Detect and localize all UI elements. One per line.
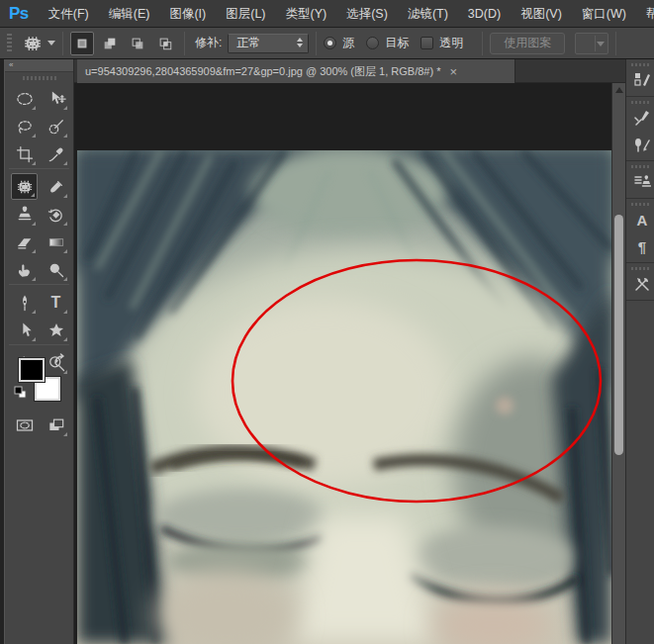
scroll-up-icon[interactable] — [615, 87, 623, 93]
move-tool[interactable] — [43, 85, 69, 112]
elliptical-marquee-tool[interactable] — [11, 85, 38, 112]
smudge-tool[interactable] — [11, 256, 38, 283]
tool-presets-panel-button[interactable] — [632, 273, 652, 295]
target-radio-option[interactable]: 目标 — [366, 35, 409, 51]
brush-panel-icon — [633, 109, 651, 127]
styles-panel-icon — [633, 71, 651, 89]
clone-source-panel-button[interactable] — [632, 171, 652, 193]
divider — [9, 344, 69, 345]
transparent-checkbox[interactable] — [420, 37, 433, 49]
target-radio-label: 目标 — [385, 35, 409, 51]
clone-source-panel-icon — [633, 173, 651, 191]
tools-panel-collapse[interactable]: « — [5, 59, 73, 72]
character-panel-icon: A — [637, 212, 648, 229]
clone-stamp-tool[interactable] — [11, 201, 38, 228]
pattern-picker-dropdown[interactable] — [575, 33, 608, 54]
subtract-selection-icon — [130, 36, 145, 51]
menu-help[interactable]: 帮助(H) — [636, 0, 654, 28]
brush-presets-icon — [633, 136, 651, 153]
paragraph-panel-button[interactable]: ¶ — [632, 235, 652, 257]
divider — [9, 284, 69, 285]
dock-gripper[interactable] — [631, 203, 649, 206]
document-tab-bar: u=954309296,2804365909&fm=27&gp=0.jpg @ … — [74, 59, 625, 83]
history-brush-tool[interactable] — [43, 201, 69, 228]
pen-tool[interactable] — [11, 289, 38, 316]
photo-image[interactable] — [77, 150, 611, 644]
dock-gripper[interactable] — [631, 63, 649, 66]
menu-3d[interactable]: 3D(D) — [458, 0, 511, 28]
foreground-color-swatch[interactable] — [19, 358, 45, 382]
dock-gripper[interactable] — [631, 101, 649, 104]
ps-logo: Ps — [9, 4, 29, 24]
menu-edit[interactable]: 编辑(E) — [99, 0, 160, 28]
menu-type[interactable]: 类型(Y) — [276, 0, 337, 28]
custom-shape-tool[interactable] — [43, 317, 69, 343]
menu-layer[interactable]: 图层(L) — [216, 0, 275, 28]
gradient-tool[interactable] — [43, 229, 69, 255]
source-radio-label: 源 — [342, 35, 354, 51]
menu-select[interactable]: 选择(S) — [336, 0, 398, 28]
menu-filter[interactable]: 滤镜(T) — [398, 0, 458, 28]
menu-window[interactable]: 窗口(W) — [572, 0, 636, 28]
target-radio[interactable] — [366, 37, 379, 49]
new-selection-button[interactable] — [70, 32, 94, 55]
pattern-caret-icon — [597, 42, 605, 46]
wrench-icon — [633, 275, 651, 293]
screen-mode-button[interactable] — [43, 412, 69, 438]
dock-gripper[interactable] — [631, 165, 649, 168]
tab-close-icon[interactable]: × — [449, 65, 457, 78]
separator — [184, 32, 185, 55]
menu-file[interactable]: 文件(F) — [39, 0, 99, 28]
path-selection-tool[interactable] — [11, 317, 38, 343]
tools-panel-gripper[interactable] — [23, 76, 56, 80]
swap-colors-icon[interactable] — [52, 352, 68, 368]
patch-tool[interactable] — [11, 173, 38, 200]
collapse-panel-icon: « — [9, 60, 13, 69]
quick-selection-tool[interactable] — [43, 113, 69, 139]
separator — [615, 32, 616, 55]
patch-tool-icon — [22, 33, 44, 54]
brush-presets-panel-button[interactable] — [632, 134, 652, 155]
transparent-checkbox-option[interactable]: 透明 — [420, 35, 463, 51]
add-to-selection-button[interactable] — [98, 32, 122, 55]
document-tab[interactable]: u=954309296,2804365909&fm=27&gp=0.jpg @ … — [77, 59, 515, 83]
brush-panel-button[interactable] — [632, 107, 652, 129]
intersect-selection-button[interactable] — [153, 32, 177, 55]
use-pattern-button[interactable]: 使用图案 — [490, 33, 565, 54]
patch-mode-select[interactable]: 正常 — [228, 34, 309, 53]
menu-bar: Ps 文件(F) 编辑(E) 图像(I) 图层(L) 类型(Y) 选择(S) 滤… — [0, 0, 654, 28]
scrollbar-thumb[interactable] — [614, 215, 623, 455]
eraser-tool[interactable] — [11, 229, 38, 255]
dock-section — [626, 263, 654, 301]
styles-panel-button[interactable] — [632, 69, 652, 91]
dock-section — [626, 97, 654, 161]
type-tool-glyph: T — [51, 295, 61, 311]
divider — [9, 168, 69, 169]
separator — [482, 32, 483, 55]
vertical-scrollbar[interactable] — [611, 83, 625, 644]
quick-mask-button[interactable] — [11, 412, 38, 438]
menu-image[interactable]: 图像(I) — [159, 0, 216, 28]
patch-mode-label: 修补: — [195, 35, 222, 51]
dock-section — [626, 161, 654, 199]
options-gripper[interactable] — [7, 34, 12, 53]
lasso-tool[interactable] — [11, 113, 38, 139]
dodge-tool[interactable] — [43, 256, 69, 283]
tools-panel: « — [4, 59, 74, 644]
brush-tool[interactable] — [43, 173, 69, 200]
subtract-from-selection-button[interactable] — [126, 32, 149, 55]
tool-preset-button[interactable] — [22, 33, 55, 54]
dock-gripper[interactable] — [631, 267, 649, 270]
intersect-selection-icon — [157, 36, 173, 51]
type-tool[interactable]: T — [43, 289, 69, 316]
eyedropper-tool[interactable] — [43, 140, 69, 167]
character-panel-button[interactable]: A — [632, 209, 652, 230]
menu-view[interactable]: 视图(V) — [511, 0, 572, 28]
canvas-viewport[interactable] — [74, 83, 611, 644]
default-colors-icon[interactable] — [14, 386, 28, 400]
source-radio[interactable] — [324, 37, 336, 49]
source-radio-option[interactable]: 源 — [324, 35, 354, 51]
new-selection-icon — [74, 36, 90, 51]
portrait-photo — [77, 150, 611, 644]
crop-tool[interactable] — [11, 140, 38, 167]
